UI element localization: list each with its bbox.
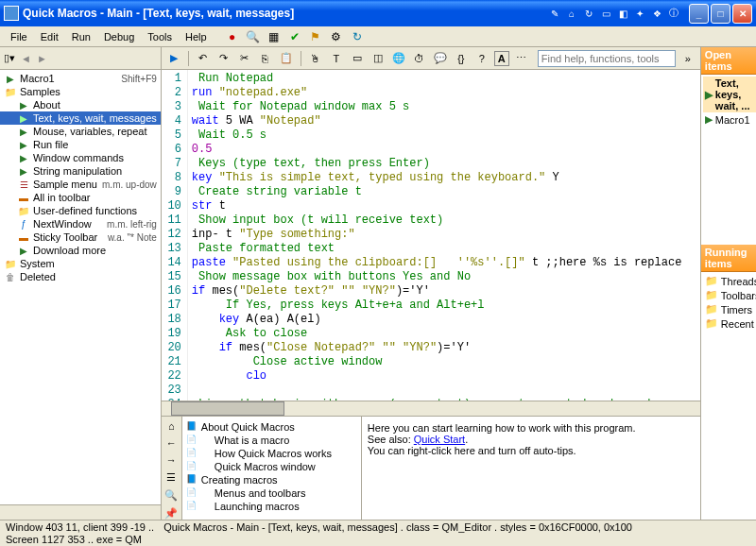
tree-item-runfile[interactable]: ▶Run file (0, 138, 161, 151)
tree-item-samplemenu[interactable]: ☰Sample menum.m. up-dow (0, 178, 161, 191)
tool-icon[interactable]: ✎ (547, 6, 562, 21)
text-icon[interactable]: T (328, 50, 345, 67)
refresh-icon[interactable]: ↻ (350, 29, 365, 44)
menu-help[interactable]: Help (179, 29, 214, 44)
gear-icon[interactable]: ⚙ (329, 29, 344, 44)
search-icon[interactable]: 🔍 (246, 29, 261, 44)
tree-toolbar: ▯▾ ◄ ► (0, 47, 161, 70)
tree-scrollbar[interactable] (0, 504, 161, 520)
running-items-list[interactable]: 📁Threads 📁Toolbars 📁Timers 📁Recent (701, 272, 756, 333)
a-icon[interactable]: A (494, 51, 509, 66)
help-fwd-icon[interactable]: → (166, 454, 177, 466)
message-icon[interactable]: 💬 (432, 50, 449, 67)
paste-icon[interactable]: 📋 (278, 50, 295, 67)
tree-item-string[interactable]: ▶String manipulation (0, 164, 161, 178)
help-book[interactable]: About Quick Macros (186, 420, 357, 434)
wait-icon[interactable]: ⏱ (411, 50, 428, 67)
close-button[interactable]: ✕ (732, 4, 752, 24)
help-topic[interactable]: Quick Macros window (186, 460, 357, 473)
running-item[interactable]: 📁Threads (703, 274, 756, 288)
undo-icon[interactable]: ↶ (195, 50, 212, 67)
help-topic[interactable]: Menus and toolbars (186, 486, 357, 500)
help-topic[interactable]: Launching macros (186, 500, 357, 513)
statusbar: Window 403 11, client 399 -19 .. Screen … (0, 520, 756, 546)
run-icon[interactable]: ▶ (165, 50, 182, 67)
mouse-icon[interactable]: 🖱 (307, 50, 324, 67)
help-home-icon[interactable]: ⌂ (168, 420, 175, 432)
more-icon[interactable]: ⋯ (513, 50, 530, 67)
help-book[interactable]: Creating macros (186, 473, 357, 486)
help-tree[interactable]: About Quick Macros What is a macro How Q… (182, 417, 362, 520)
tool-icon[interactable]: ✦ (632, 6, 647, 21)
var-icon[interactable]: {} (453, 50, 470, 67)
props-icon[interactable]: ▦ (266, 29, 282, 44)
tree-item-alltb[interactable]: ▬All in toolbar (0, 191, 161, 204)
trash-icon: 🗑 (4, 272, 17, 282)
tree-item-about[interactable]: ▶About (0, 98, 161, 111)
macro-tree[interactable]: ▶Macro1Shift+F9 📁Samples ▶About ▶Text, k… (0, 70, 161, 504)
tree-item-text[interactable]: ▶Text, keys, wait, messages (0, 111, 161, 125)
help-pin-icon[interactable]: 📌 (164, 507, 178, 520)
open-item[interactable]: ▶Text, keys, wait, ... (703, 77, 756, 112)
code-editor[interactable]: 1234567891011121314151617181920212223242… (162, 70, 700, 401)
quick-start-link[interactable]: Quick Start (414, 434, 465, 445)
tree-item-deleted[interactable]: 🗑Deleted (0, 270, 161, 283)
search-input[interactable] (538, 50, 676, 67)
cut-icon[interactable]: ✂ (236, 50, 253, 67)
minimize-button[interactable]: _ (689, 4, 709, 24)
if-icon[interactable]: ? (473, 50, 490, 67)
code-area[interactable]: Run Notepadrun "notepad.exe" Wait for No… (188, 70, 700, 401)
tree-item-udf[interactable]: 📁User-defined functions (0, 204, 161, 217)
macro-icon: ▶ (17, 100, 30, 111)
tree-item-nextwin[interactable]: ƒNextWindowm.m. left-rig (0, 217, 161, 230)
tree-item-samples[interactable]: 📁Samples (0, 85, 161, 98)
help-topic[interactable]: What is a macro (186, 434, 357, 447)
fwd-icon[interactable]: ► (37, 53, 47, 64)
running-item[interactable]: 📁Timers (703, 302, 756, 316)
tree-item-wincmd[interactable]: ▶Window commands (0, 151, 161, 164)
tool-icon[interactable]: ↻ (581, 6, 596, 21)
open-items-list[interactable]: ▶Text, keys, wait, ... ▶Macro1 (701, 75, 756, 245)
macro-icon: ▶ (4, 74, 17, 84)
help-topic[interactable]: How Quick Macros works (186, 447, 357, 460)
help-panel: ⌂ ← → ☰ 🔍 📌 About Quick Macros What is a… (162, 416, 700, 520)
net-icon[interactable]: 🌐 (390, 50, 407, 67)
menu-edit[interactable]: Edit (34, 29, 65, 44)
tool-icon[interactable]: ⓘ (666, 6, 681, 21)
help-text: You can right-click here and turn off au… (368, 445, 695, 456)
check-icon[interactable]: ✔ (287, 29, 302, 44)
open-items-header: Open items (701, 47, 756, 75)
tool-icon[interactable]: ◧ (615, 6, 630, 21)
menu-debug[interactable]: Debug (97, 29, 141, 44)
redo-icon[interactable]: ↷ (215, 50, 232, 67)
help-back-icon[interactable]: ← (166, 437, 177, 449)
back-icon[interactable]: ◄ (21, 53, 31, 64)
macro-icon: ▶ (17, 153, 30, 163)
editor-h-scrollbar[interactable] (162, 401, 700, 416)
menu-run[interactable]: Run (65, 29, 97, 44)
record-icon[interactable]: ● (225, 29, 240, 44)
help-search-icon[interactable]: 🔍 (164, 489, 178, 502)
search-go-icon[interactable]: » (679, 50, 696, 67)
tree-item-sticky[interactable]: ▬Sticky Toolbarw.a. "* Note (0, 230, 161, 244)
tree-item-macro1[interactable]: ▶Macro1Shift+F9 (0, 72, 161, 85)
window-icon[interactable]: ▭ (349, 50, 366, 67)
tool-icon[interactable]: ▭ (598, 6, 613, 21)
menu-file[interactable]: File (4, 29, 34, 44)
file-icon[interactable]: ◫ (369, 50, 387, 67)
running-item[interactable]: 📁Toolbars (703, 288, 756, 302)
menu-tools[interactable]: Tools (141, 29, 179, 44)
tree-item-download[interactable]: ▶Download more (0, 244, 161, 257)
new-icon[interactable]: ▯▾ (4, 52, 15, 64)
status-left: Window 403 11, client 399 -19 .. Screen … (6, 521, 154, 546)
tag-icon[interactable]: ⚑ (308, 29, 323, 44)
running-item[interactable]: 📁Recent (703, 316, 756, 331)
help-index-icon[interactable]: ☰ (166, 471, 176, 484)
tool-icon[interactable]: ⌂ (564, 6, 579, 21)
open-item[interactable]: ▶Macro1 (703, 112, 756, 127)
maximize-button[interactable]: □ (711, 4, 730, 24)
copy-icon[interactable]: ⎘ (257, 50, 274, 67)
tree-item-mouse[interactable]: ▶Mouse, variables, repeat (0, 125, 161, 138)
tool-icon[interactable]: ❖ (649, 6, 664, 21)
tree-item-system[interactable]: 📁System (0, 257, 161, 270)
